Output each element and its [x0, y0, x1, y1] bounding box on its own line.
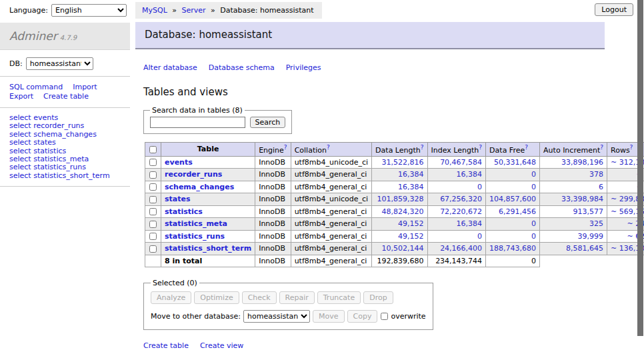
auto-increment-cell-link[interactable]: 33,898,196	[561, 158, 603, 167]
data-free-cell-link[interactable]: 0	[531, 183, 536, 191]
data-length-cell-link[interactable]: 49,152	[398, 232, 424, 241]
column-header-label: Data Length	[375, 146, 421, 155]
index-length-cell-link[interactable]: 70,467,584	[440, 158, 482, 167]
row-checkbox[interactable]	[149, 233, 157, 240]
data-free-cell-link[interactable]: 188,743,680	[489, 244, 536, 253]
data-length-cell-link[interactable]: 16,384	[398, 183, 424, 191]
table-row: statistics_metaInnoDButf8mb4_general_ci4…	[145, 218, 644, 231]
table-link-statistics_runs[interactable]: statistics_runs	[165, 232, 225, 241]
table-link-statistics[interactable]: statistics	[165, 207, 203, 216]
data-length-cell-link[interactable]: 31,522,816	[382, 158, 424, 167]
table-link-schema_changes[interactable]: schema_changes	[165, 183, 234, 191]
data-free-cell-link[interactable]: 0	[531, 232, 536, 241]
row-checkbox[interactable]	[149, 183, 157, 191]
column-help-icon[interactable]: ?	[630, 144, 633, 151]
column-help-icon[interactable]: ?	[600, 144, 603, 151]
tables-section-title: Tables and views	[143, 86, 610, 98]
row-checkbox[interactable]	[149, 208, 157, 215]
data-free-cell-link[interactable]: 6,291,456	[499, 207, 536, 216]
auto-increment-cell-link[interactable]: 6	[599, 183, 603, 191]
collation-cell: utf8mb4_unicode_ci	[291, 156, 371, 169]
data-length-cell-link[interactable]: 16,384	[398, 170, 424, 179]
sidebar-link-create-table[interactable]: Create table	[43, 92, 89, 101]
data-length-cell-link[interactable]: 101,859,328	[377, 195, 424, 203]
language-select[interactable]: English	[51, 4, 127, 17]
data-free-cell-link[interactable]: 50,331,648	[494, 158, 536, 167]
table-link-statistics_meta[interactable]: statistics_meta	[165, 219, 227, 228]
auto-increment-cell-link[interactable]: 913,577	[573, 207, 604, 216]
auto-increment-cell-link[interactable]: 378	[589, 170, 603, 179]
row-checkbox[interactable]	[149, 159, 157, 166]
table-link-events[interactable]: events	[165, 158, 193, 167]
index-length-cell-link[interactable]: 16,384	[457, 219, 483, 228]
data-free-cell-link[interactable]: 0	[531, 170, 536, 179]
logout-button[interactable]: Logout	[595, 3, 633, 16]
table-name-cell: statistics_meta	[161, 218, 255, 231]
link-create-view[interactable]: Create view	[200, 341, 243, 350]
data-free-cell-link[interactable]: 104,857,600	[489, 195, 536, 203]
sidebar-item-select-recorder_runs[interactable]: select recorder_runs	[9, 122, 130, 130]
index-length-cell-link[interactable]: 67,256,320	[440, 195, 482, 203]
sidebar-actions: SQL commandImportExportCreate table	[0, 83, 130, 101]
row-checkbox[interactable]	[149, 171, 157, 179]
data-free-cell: 0	[486, 218, 540, 231]
data-length-cell-link[interactable]: 10,502,144	[382, 244, 424, 253]
index-length-cell: 0	[427, 230, 486, 243]
index-length-cell-link[interactable]: 0	[477, 232, 482, 241]
auto-increment-cell-link[interactable]: 8,581,645	[566, 244, 603, 253]
link-alter-database[interactable]: Alter database	[143, 63, 197, 72]
auto-increment-cell-link[interactable]: 33,398,984	[561, 195, 603, 203]
table-link-states[interactable]: states	[165, 195, 191, 203]
column-help-icon[interactable]: ?	[327, 144, 330, 151]
index-length-cell-link[interactable]: 24,166,400	[440, 244, 482, 253]
copy-button: Copy	[347, 310, 378, 323]
sidebar-divider	[0, 107, 130, 108]
search-input[interactable]	[150, 117, 245, 128]
table-link-statistics_short_term[interactable]: statistics_short_term	[165, 244, 251, 253]
sidebar-link-sql-command[interactable]: SQL command	[9, 83, 63, 91]
index-length-cell-link[interactable]: 0	[477, 183, 482, 191]
column-help-icon[interactable]: ?	[479, 144, 482, 151]
table-link-recorder_runs[interactable]: recorder_runs	[165, 170, 222, 179]
table-name-cell: states	[161, 193, 255, 206]
sidebar-item-select-statistics_short_term[interactable]: select statistics_short_term	[9, 172, 130, 180]
row-checkbox[interactable]	[149, 196, 157, 203]
vertical-scrollbar-thumb[interactable]	[637, 0, 643, 336]
index-length-cell-link[interactable]: 72,220,672	[440, 207, 482, 216]
data-length-cell: 49,152	[372, 218, 427, 231]
table-name-cell: recorder_runs	[161, 169, 255, 181]
link-database-schema[interactable]: Database schema	[209, 63, 275, 72]
table-name-cell: statistics	[161, 205, 255, 218]
search-button[interactable]: Search	[250, 117, 286, 128]
row-checkbox[interactable]	[149, 245, 157, 253]
sidebar-item-select-statistics_runs[interactable]: select statistics_runs	[9, 163, 130, 171]
move-database-select[interactable]: homeassistant	[243, 310, 310, 323]
breadcrumb-link-mysql[interactable]: MySQL	[142, 6, 167, 15]
column-help-icon[interactable]: ?	[525, 144, 528, 151]
link-privileges[interactable]: Privileges	[286, 63, 321, 72]
db-select[interactable]: homeassistant	[26, 57, 93, 70]
auto-increment-cell-link[interactable]: 39,999	[578, 232, 604, 241]
sidebar-link-import[interactable]: Import	[73, 83, 97, 91]
column-help-icon[interactable]: ?	[284, 144, 287, 151]
column-header-label: Auto Increment	[543, 146, 600, 155]
index-length-cell-link[interactable]: 16,384	[457, 170, 483, 179]
select-all-checkbox[interactable]	[149, 146, 157, 153]
row-checkbox-cell	[145, 193, 161, 206]
sidebar-item-select-states[interactable]: select states	[9, 139, 130, 147]
auto-increment-cell-link[interactable]: 325	[589, 219, 603, 228]
data-free-cell: 50,331,648	[486, 156, 540, 169]
column-header-collation: Collation?	[291, 143, 371, 157]
column-header-table: Table	[161, 143, 255, 157]
data-length-cell-link[interactable]: 49,152	[398, 219, 424, 228]
link-create-table[interactable]: Create table	[143, 341, 189, 350]
index-length-cell: 72,220,672	[427, 205, 486, 218]
total-data-length-cell: 192,839,680	[372, 255, 427, 267]
data-free-cell-link[interactable]: 0	[531, 219, 536, 228]
sidebar-link-export[interactable]: Export	[9, 92, 33, 101]
row-checkbox[interactable]	[149, 221, 157, 228]
column-help-icon[interactable]: ?	[421, 144, 424, 151]
overwrite-checkbox[interactable]	[381, 313, 388, 320]
breadcrumb-link-server[interactable]: Server	[182, 6, 206, 15]
data-length-cell-link[interactable]: 48,824,320	[382, 207, 424, 216]
